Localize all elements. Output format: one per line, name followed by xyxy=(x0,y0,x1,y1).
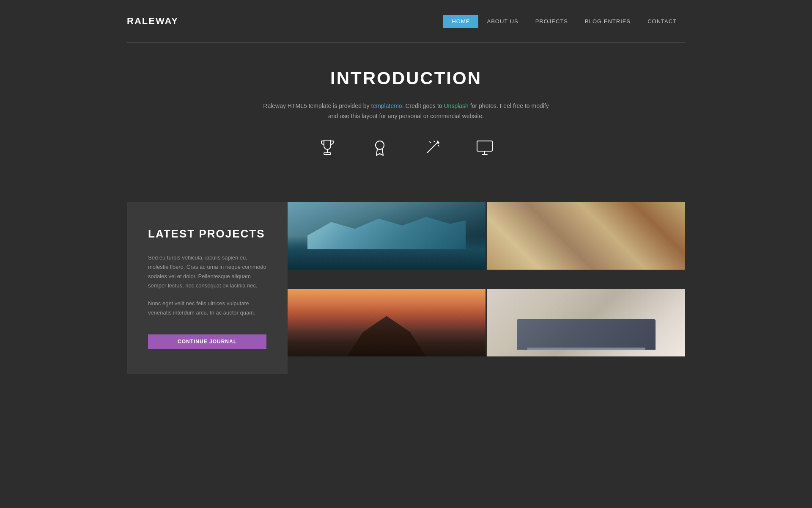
svg-point-2 xyxy=(376,141,384,149)
nav-item-projects[interactable]: PROJECTS xyxy=(527,15,576,28)
nav-item-home[interactable]: HOME xyxy=(443,15,478,28)
svg-rect-10 xyxy=(477,141,492,151)
icons-row xyxy=(127,138,685,160)
svg-rect-1 xyxy=(324,153,331,155)
projects-image-grid xyxy=(288,202,685,375)
wand-icon xyxy=(423,138,442,160)
projects-text-2: Nunc eget velit nec felis ultrices vulpu… xyxy=(148,299,266,318)
trophy-icon xyxy=(318,138,337,160)
projects-left-panel: LATEST PROJECTS Sed eu turpis vehicula, … xyxy=(127,202,288,375)
intro-text-middle: . Credit goes to xyxy=(402,102,444,109)
project-image-1 xyxy=(288,202,486,270)
unsplash-link[interactable]: Unsplash xyxy=(444,102,468,109)
nav-links: HOME ABOUT US PROJECTS BLOG ENTRIES CONT… xyxy=(443,15,685,28)
nav-item-contact[interactable]: CONTACT xyxy=(639,15,685,28)
project-image-2 xyxy=(487,202,685,270)
templatemo-link[interactable]: templatemo xyxy=(371,102,402,109)
project-image-3 xyxy=(288,289,486,356)
nav-item-about[interactable]: ABOUT US xyxy=(478,15,527,28)
intro-text: Raleway HTML5 template is provided by te… xyxy=(262,101,550,121)
svg-line-7 xyxy=(438,145,439,146)
intro-section: INTRODUCTION Raleway HTML5 template is p… xyxy=(0,43,812,202)
continue-journal-button[interactable]: CONTINUE JOURNAL xyxy=(148,334,266,349)
projects-section: LATEST PROJECTS Sed eu turpis vehicula, … xyxy=(127,202,685,375)
intro-text-before: Raleway HTML5 template is provided by xyxy=(263,102,371,109)
intro-title: INTRODUCTION xyxy=(127,68,685,88)
site-logo: RALEWAY xyxy=(127,16,178,27)
svg-line-6 xyxy=(434,141,435,142)
award-icon xyxy=(370,138,389,160)
projects-title: LATEST PROJECTS xyxy=(148,227,266,240)
project-image-4 xyxy=(487,289,685,356)
nav-item-blog[interactable]: BLOG ENTRIES xyxy=(576,15,639,28)
projects-text-1: Sed eu turpis vehicula, iaculis sapien e… xyxy=(148,253,266,290)
svg-line-8 xyxy=(430,142,431,143)
monitor-icon xyxy=(475,138,494,160)
svg-line-3 xyxy=(427,143,437,153)
navbar: RALEWAY HOME ABOUT US PROJECTS BLOG ENTR… xyxy=(0,0,812,42)
